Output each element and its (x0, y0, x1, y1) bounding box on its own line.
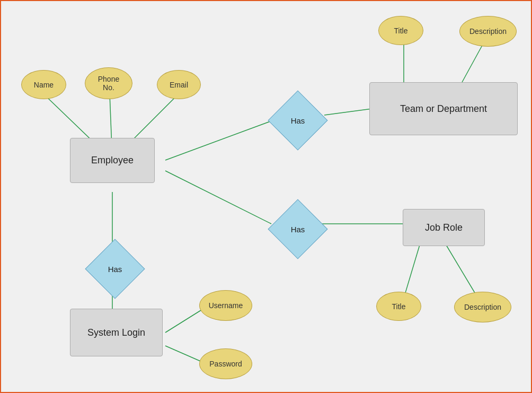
svg-line-4 (324, 109, 372, 115)
svg-line-7 (165, 171, 271, 224)
system-login-label: System Login (87, 327, 145, 338)
team-title-label: Title (394, 27, 408, 35)
job-title-attribute: Title (376, 292, 421, 321)
team-desc-attribute: Description (459, 16, 517, 47)
has-login-diamond: Has (88, 242, 141, 295)
job-title-label: Title (392, 302, 406, 311)
employee-label: Employee (91, 155, 134, 166)
phoneno-attribute: Phone No. (85, 67, 132, 99)
employee-entity: Employee (70, 138, 155, 183)
phoneno-label: Phone No. (98, 75, 119, 92)
system-login-entity: System Login (70, 309, 163, 356)
has-login-label: Has (108, 265, 122, 274)
team-dept-label: Team or Department (400, 103, 487, 115)
has-dept-diamond: Has (271, 94, 324, 147)
team-desc-label: Description (469, 27, 507, 36)
username-label: Username (209, 301, 243, 310)
job-desc-label: Description (464, 303, 501, 311)
has-jobrole-diamond: Has (271, 203, 324, 256)
svg-line-6 (462, 43, 483, 82)
team-title-attribute: Title (378, 16, 423, 45)
password-attribute: Password (199, 348, 252, 379)
diagram-canvas: Employee Name Phone No. Email Has Team o… (0, 0, 532, 393)
has-jobrole-label: Has (291, 225, 305, 234)
svg-line-10 (446, 245, 478, 298)
name-label: Name (34, 81, 54, 89)
svg-line-9 (404, 245, 420, 298)
jobrole-label: Job Role (425, 222, 463, 233)
job-desc-attribute: Description (454, 292, 511, 322)
name-attribute: Name (21, 70, 66, 99)
jobrole-entity: Job Role (403, 209, 485, 246)
email-attribute: Email (157, 70, 201, 99)
email-label: Email (170, 81, 188, 89)
team-dept-entity: Team or Department (369, 82, 518, 135)
has-dept-label: Has (291, 116, 305, 125)
username-attribute: Username (199, 290, 252, 321)
password-label: Password (209, 360, 242, 368)
